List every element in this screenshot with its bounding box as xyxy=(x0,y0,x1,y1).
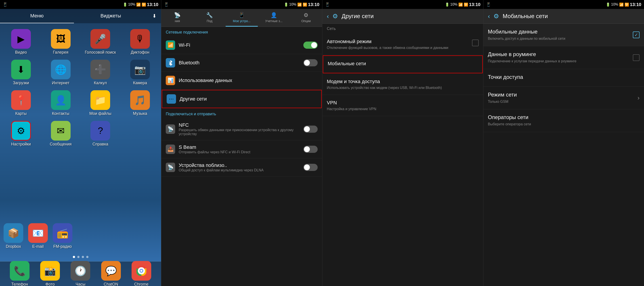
nearby-setting-item[interactable]: 📡 Устройства поблизо.. Общий доступ к фа… xyxy=(161,158,322,176)
data-usage-setting-item[interactable]: 📊 Использование данных xyxy=(161,72,322,90)
settings-tab-device[interactable]: 📱 Мое устро... xyxy=(226,9,258,26)
app-camera[interactable]: 📷 Камера xyxy=(121,58,159,87)
nfc-toggle[interactable] xyxy=(303,126,318,133)
app-grid: ▶ Видео 🖼 Галерея 🎤 Голосовой поиск 🎙 Ди… xyxy=(0,23,161,222)
app-dropbox[interactable]: 📦 Dropbox xyxy=(2,222,24,250)
vpn-item[interactable]: VPN Настройка и управление VPN xyxy=(322,95,483,116)
signal-icon-2: 📶 xyxy=(297,2,302,7)
app-contacts[interactable]: 👤 Контакты xyxy=(42,89,80,117)
wifi-icon-2: 🛜 xyxy=(303,2,307,7)
dot-4 xyxy=(86,256,88,258)
nfc-setting-sub: Разрешить обмен данными при прикосновени… xyxy=(179,128,303,136)
wifi-icon-4: 🛜 xyxy=(624,2,629,7)
data-roaming-text: Данные в роуминге Подключение к услугам … xyxy=(488,51,633,64)
sbeam-setting-sub: Отправить файлы через NFC и Wi-Fi Direct xyxy=(179,150,303,154)
app-gallery[interactable]: 🖼 Галерея xyxy=(42,28,80,56)
wifi-icon: 🛜 xyxy=(142,2,146,7)
app-dictophone[interactable]: 🎙 Диктофон xyxy=(121,28,159,56)
other-networks-icon: ⋯ xyxy=(167,94,176,104)
app-fmradio[interactable]: 📻 FM-радио xyxy=(52,222,74,250)
app-help[interactable]: ? Справка xyxy=(82,120,119,148)
other-networks-header: ‹ ⚙ Другие сети xyxy=(322,9,483,24)
dock-icon-photo: 📸 xyxy=(40,261,60,281)
dock-clock[interactable]: 🕐 Часы xyxy=(69,260,92,286)
status-left-icons: 📱 xyxy=(3,2,8,7)
sbeam-toggle-knob xyxy=(304,146,310,152)
airplane-mode-title: Автономный режим xyxy=(327,39,470,44)
settings-tab-connections[interactable]: 📡 ния xyxy=(161,9,194,26)
app-internet[interactable]: 🌐 Интернет xyxy=(42,58,80,87)
nearby-toggle[interactable] xyxy=(303,164,318,171)
app-calculator[interactable]: ➕ Калкул xyxy=(82,58,119,87)
app-messages[interactable]: ✉ Сообщения xyxy=(42,120,80,148)
dock-chrome[interactable]: Chrome xyxy=(130,260,152,286)
data-roaming-item[interactable]: Данные в роуминге Подключение к услугам … xyxy=(484,46,644,69)
app-downloads[interactable]: ⬇ Загрузки xyxy=(2,58,40,87)
extra-apps-row: 📦 Dropbox 📧 E-mail 📻 FM-радио xyxy=(0,222,161,252)
other-networks-setting-item[interactable]: ⋯ Другие сети xyxy=(162,90,322,108)
dock-chaton[interactable]: 💬 ChatON xyxy=(100,260,122,286)
app-label-music: Музыка xyxy=(133,111,147,116)
options-tab-label: Опции xyxy=(301,19,311,23)
dot-1 xyxy=(73,256,75,258)
wifi-setting-item[interactable]: 📶 Wi-Fi xyxy=(161,36,322,54)
network-mode-text: Режим сети Только GSM xyxy=(488,92,638,104)
airplane-mode-checkbox[interactable] xyxy=(472,40,479,46)
tab-menu[interactable]: Меню xyxy=(0,9,74,23)
home-tab-bar: Меню Виджеты ⬇ xyxy=(0,9,161,23)
app-settings[interactable]: ⚙ Настройки xyxy=(2,120,40,148)
mobile-data-item[interactable]: Мобильные данные Включить доступ к данны… xyxy=(484,24,644,46)
app-label-files: Мои файлы xyxy=(89,111,112,116)
svg-line-4 xyxy=(169,62,170,63)
app-label-dropbox: Dropbox xyxy=(6,244,21,249)
settings-gear-icon-3: ⚙ xyxy=(332,12,338,20)
nfc-text-block: NFC Разрешить обмен данными при прикосно… xyxy=(179,122,303,136)
app-label-fmradio: FM-радио xyxy=(54,244,72,249)
network-mode-item[interactable]: Режим сети Только GSM › xyxy=(484,87,644,109)
access-points-item[interactable]: Точки доступа xyxy=(484,69,644,87)
tab-widgets[interactable]: Виджеты xyxy=(74,9,148,23)
app-email[interactable]: 📧 E-mail xyxy=(27,222,49,250)
back-icon-3[interactable]: ‹ xyxy=(327,13,329,20)
back-icon-4[interactable]: ‹ xyxy=(488,13,490,20)
dock-phone[interactable]: 📞 Телефон xyxy=(8,260,31,286)
tethering-item[interactable]: Модем и точка доступа Использовать устро… xyxy=(322,74,483,95)
other-networks-screen: 📱 🔋 10% 📶 🛜 13:10 ‹ ⚙ Другие сети Сеть А… xyxy=(322,0,483,286)
data-roaming-checkbox[interactable] xyxy=(633,54,640,61)
bluetooth-setting-item[interactable]: Bluetooth xyxy=(161,54,322,72)
sound-tab-label: Под xyxy=(207,19,212,23)
device-tab-icon: 📱 xyxy=(238,12,245,18)
app-video[interactable]: ▶ Видео xyxy=(2,28,40,56)
app-label-messages: Сообщения xyxy=(50,142,72,146)
airplane-mode-item[interactable]: Автономный режим Отключение функций вызо… xyxy=(322,34,483,55)
mobile-data-text: Мобильные данные Включить доступ к данны… xyxy=(488,28,633,41)
app-maps[interactable]: 📍 Карты xyxy=(2,89,40,117)
app-icon-music: 🎵 xyxy=(130,90,150,110)
sbeam-setting-item[interactable]: 📤 S Beam Отправить файлы через NFC и Wi-… xyxy=(161,140,322,158)
network-operators-item[interactable]: Операторы сети Выберите оператора сети xyxy=(484,109,644,132)
app-voice-search[interactable]: 🎤 Голосовой поиск xyxy=(82,28,119,56)
app-music[interactable]: 🎵 Музыка xyxy=(121,89,159,117)
dock-photo[interactable]: 📸 Фото xyxy=(39,260,61,286)
app-files[interactable]: 📁 Мои файлы xyxy=(82,89,119,117)
bluetooth-toggle[interactable] xyxy=(303,59,318,66)
data-roaming-sub: Подключение к услугам передачи данных в … xyxy=(488,59,633,64)
mobile-networks-item[interactable]: Мобильные сети xyxy=(323,56,483,73)
settings-tab-options[interactable]: ⚙ Опции xyxy=(290,9,322,26)
dock-bar: 📞 Телефон 📸 Фото 🕐 Часы 💬 ChatON xyxy=(0,262,161,286)
download-button[interactable]: ⬇ xyxy=(148,9,161,23)
nfc-setting-item[interactable]: 📡 NFC Разрешить обмен данными при прикос… xyxy=(161,118,322,140)
mobile-data-checkbox[interactable]: ✓ xyxy=(633,32,640,38)
status-right-icons-2: 🔋 10% 📶 🛜 13:10 xyxy=(284,2,320,7)
settings-tab-sound[interactable]: 🔧 Под xyxy=(194,9,226,26)
wifi-toggle[interactable] xyxy=(303,42,318,49)
settings-tab-accounts[interactable]: 👤 Учетные з... xyxy=(258,9,290,26)
app-icon-fmradio: 📻 xyxy=(53,223,72,243)
sbeam-toggle[interactable] xyxy=(303,146,318,153)
battery-percent-3: 10% xyxy=(450,2,458,6)
notification-icon-2: 📱 xyxy=(164,2,169,7)
nfc-setting-icon: 📡 xyxy=(166,124,175,134)
network-mode-chevron: › xyxy=(638,94,640,102)
network-operators-sub: Выберите оператора сети xyxy=(488,122,640,127)
airplane-mode-sub: Отключение функций вызовов, а также обме… xyxy=(327,46,470,50)
